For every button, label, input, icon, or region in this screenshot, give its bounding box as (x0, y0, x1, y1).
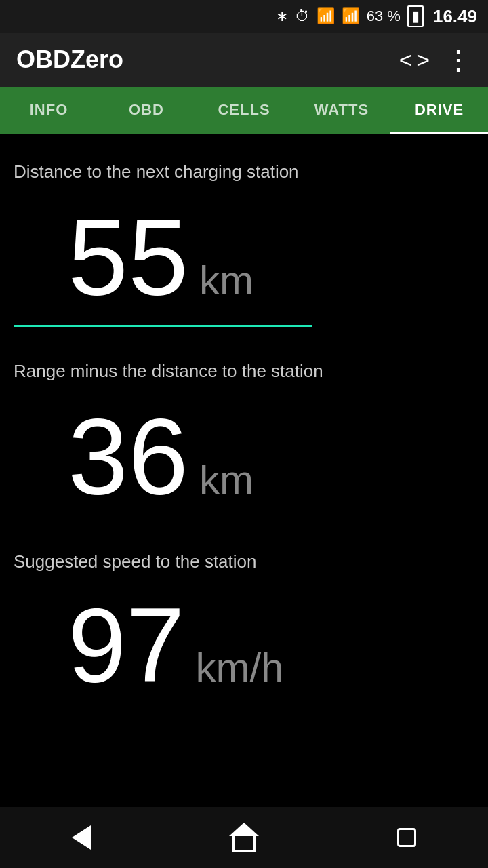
tab-watts[interactable]: WATTS (293, 87, 390, 132)
speed-section: Suggested speed to the station 97 km/h (14, 531, 474, 718)
status-bar: ∗ ⏱ 📶 📶 63 % ▮ 16.49 (0, 0, 488, 33)
tab-drive[interactable]: DRIVE (390, 87, 488, 132)
range-section: Range minus the distance to the station … (14, 340, 474, 531)
tab-info[interactable]: INFO (0, 87, 98, 132)
alarm-icon: ⏱ (295, 7, 310, 25)
code-icon-button[interactable]: < > (399, 47, 428, 73)
bluetooth-icon: ∗ (276, 7, 288, 25)
range-value: 36 (68, 402, 188, 511)
range-value-container: 36 km (14, 389, 474, 524)
divider-line (14, 325, 312, 327)
bottom-nav (0, 807, 488, 868)
distance-unit: km (199, 257, 253, 304)
status-icons: ∗ ⏱ 📶 📶 63 % ▮ 16.49 (276, 5, 477, 27)
battery-icon: ▮ (407, 5, 424, 27)
back-icon (72, 825, 91, 850)
distance-value-container: 55 km (14, 189, 474, 325)
speed-value-container: 97 km/h (14, 579, 474, 711)
speed-label: Suggested speed to the station (14, 551, 474, 572)
app-bar-actions: < > ⋮ (399, 47, 472, 73)
more-options-button[interactable]: ⋮ (445, 50, 472, 69)
recents-button[interactable] (386, 817, 427, 858)
range-unit: km (199, 456, 253, 503)
more-icon: ⋮ (445, 50, 472, 69)
home-icon (229, 823, 259, 852)
speed-unit: km/h (195, 644, 283, 691)
distance-label: Distance to the next charging station (14, 161, 474, 182)
recents-icon (397, 828, 416, 847)
wifi-icon: 📶 (317, 7, 335, 25)
tab-obd[interactable]: OBD (98, 87, 195, 132)
app-title: OBDZero (16, 45, 123, 74)
battery-percent: 63 % (367, 7, 401, 25)
tab-cells[interactable]: CELLS (195, 87, 293, 132)
distance-value: 55 (68, 203, 188, 311)
distance-section: Distance to the next charging station 55… (14, 148, 474, 340)
main-content: Distance to the next charging station 55… (0, 134, 488, 718)
range-label: Range minus the distance to the station (14, 361, 474, 382)
tab-bar: INFO OBD CELLS WATTS DRIVE (0, 87, 488, 134)
code-brackets-icon: < > (399, 47, 428, 73)
home-button[interactable] (224, 817, 264, 858)
signal-icon: 📶 (342, 7, 360, 25)
app-bar: OBDZero < > ⋮ (0, 33, 488, 87)
time-display: 16.49 (433, 6, 477, 27)
speed-value: 97 (68, 593, 184, 698)
back-button[interactable] (61, 817, 102, 858)
